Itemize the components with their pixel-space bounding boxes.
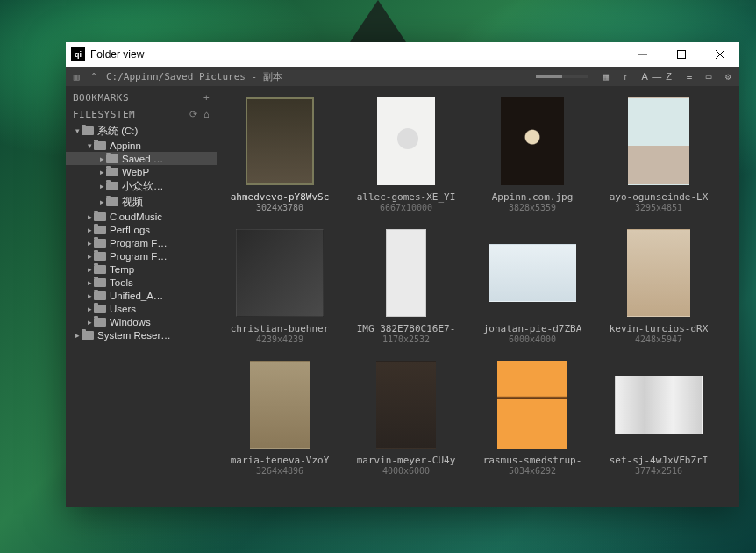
thumbnail-image xyxy=(615,376,703,434)
thumbnail-item[interactable]: ayo-ogunseinde-LX3295x4851 xyxy=(603,93,715,212)
tree-row[interactable]: ▾Appinn xyxy=(66,139,217,152)
file-name: jonatan-pie-d7ZBA xyxy=(483,323,582,334)
expand-arrow-icon[interactable]: ▾ xyxy=(85,141,94,150)
folder-icon xyxy=(106,198,118,206)
thumbnail-item[interactable]: allec-gomes-XE_YI6667x10000 xyxy=(350,93,462,212)
sort-mode-label[interactable]: A — Z xyxy=(636,71,678,82)
tree-row[interactable]: ▸Program F… xyxy=(66,236,217,249)
thumbnail-item[interactable]: jonatan-pie-d7ZBA6000x4000 xyxy=(476,225,588,344)
tree-item-label: Tools xyxy=(110,277,133,288)
home-icon[interactable]: ⌂ xyxy=(203,109,210,120)
file-dimensions: 6667x10000 xyxy=(380,203,432,212)
expand-arrow-icon[interactable]: ▾ xyxy=(73,126,82,135)
folder-icon xyxy=(94,212,106,221)
expand-arrow-icon[interactable]: ▸ xyxy=(85,318,94,327)
expand-arrow-icon[interactable]: ▸ xyxy=(85,252,94,261)
expand-arrow-icon[interactable]: ▸ xyxy=(85,226,94,234)
file-name: set-sj-4wJxVFbZrI xyxy=(610,455,709,466)
refresh-icon[interactable]: ⟳ xyxy=(189,109,198,120)
expand-arrow-icon[interactable]: ▸ xyxy=(85,305,94,313)
filesystem-header[interactable]: FILESYSTEM ⟳ ⌂ xyxy=(66,106,217,123)
thumbnail-item[interactable]: maria-teneva-VzoY3264x4896 xyxy=(224,356,336,476)
tree-row[interactable]: ▸Saved … xyxy=(66,152,217,165)
thumbnail-image xyxy=(489,244,576,302)
tree-item-label: PerfLogs xyxy=(110,225,150,235)
file-dimensions: 3774x2516 xyxy=(635,466,682,476)
app-icon: qi xyxy=(71,47,85,61)
tree-row[interactable]: ▾系统 (C:) xyxy=(66,123,217,139)
tree-row[interactable]: ▸小众软… xyxy=(66,178,217,194)
tree-item-label: WebP xyxy=(122,167,149,177)
expand-arrow-icon[interactable]: ▸ xyxy=(85,239,94,248)
file-dimensions: 3295x4851 xyxy=(635,203,682,212)
folder-icon xyxy=(106,182,118,190)
thumbnail-image xyxy=(250,361,310,449)
thumbnail-item[interactable]: rasmus-smedstrup-5034x6292 xyxy=(476,356,588,476)
tree-row[interactable]: ▸Program F… xyxy=(66,249,217,262)
thumbnail-item[interactable]: kevin-turcios-dRX4248x5947 xyxy=(603,225,715,344)
tree-row[interactable]: ▸Tools xyxy=(66,276,217,289)
file-dimensions: 3024x3780 xyxy=(256,203,303,212)
sidebar-toggle-icon[interactable]: ▥ xyxy=(69,71,83,83)
thumbnail-item[interactable]: Appinn.com.jpg3828x5359 xyxy=(476,93,588,212)
file-dimensions: 4239x4239 xyxy=(256,334,303,344)
expand-arrow-icon[interactable]: ▸ xyxy=(85,278,94,287)
add-bookmark-icon[interactable]: + xyxy=(203,92,210,104)
tree-item-label: 视频 xyxy=(122,196,143,209)
settings-icon[interactable]: ⚙ xyxy=(720,71,736,83)
svg-rect-1 xyxy=(678,51,686,59)
file-name: ahmedvevo-pY8WvSc xyxy=(231,191,330,203)
tree-row[interactable]: ▸PerfLogs xyxy=(66,223,217,236)
tree-item-label: Unified_A… xyxy=(110,291,163,301)
file-name: allec-gomes-XE_YI xyxy=(357,191,456,203)
expand-arrow-icon[interactable]: ▸ xyxy=(73,331,82,340)
tree-row[interactable]: ▸Unified_A… xyxy=(66,289,217,302)
zoom-slider[interactable] xyxy=(536,75,588,78)
thumbnail-item[interactable]: ahmedvevo-pY8WvSc3024x3780 xyxy=(224,93,336,212)
thumbnail-image xyxy=(501,97,564,185)
minimize-button[interactable] xyxy=(624,42,662,67)
maximize-button[interactable] xyxy=(662,42,701,67)
bookmarks-header[interactable]: BOOKMARKS + xyxy=(66,90,217,106)
file-dimensions: 1170x2532 xyxy=(382,334,430,344)
app-window: qi Folder view ▥ ^ C:/Appinn/Saved Pictu… xyxy=(66,42,739,507)
tree-row[interactable]: ▸WebP xyxy=(66,165,217,178)
filter-icon[interactable]: ≡ xyxy=(681,71,697,83)
tree-item-label: Appinn xyxy=(110,140,141,151)
thumbnail-item[interactable]: marvin-meyer-CU4y4000x6000 xyxy=(350,356,462,476)
grid-view-icon[interactable]: ▦ xyxy=(597,71,613,83)
folder-icon xyxy=(94,141,106,150)
expand-arrow-icon[interactable]: ▸ xyxy=(97,182,106,190)
picture-icon[interactable]: ▭ xyxy=(701,71,717,83)
folder-icon xyxy=(82,331,94,340)
folder-icon xyxy=(82,126,94,135)
expand-arrow-icon[interactable]: ▸ xyxy=(85,291,94,300)
folder-icon xyxy=(94,318,106,327)
thumbnail-item[interactable]: IMG_382E780C16E7-1170x2532 xyxy=(350,225,462,344)
tree-row[interactable]: ▸System Reser… xyxy=(66,328,217,341)
tree-row[interactable]: ▸Users xyxy=(66,302,217,315)
tree-row[interactable]: ▸视频 xyxy=(66,194,217,210)
expand-arrow-icon[interactable]: ▸ xyxy=(97,198,106,206)
expand-arrow-icon[interactable]: ▸ xyxy=(97,168,106,176)
tree-row[interactable]: ▸Temp xyxy=(66,262,217,276)
tree-item-label: 小众软… xyxy=(122,180,164,193)
sort-asc-icon[interactable]: ↑ xyxy=(617,71,632,83)
titlebar[interactable]: qi Folder view xyxy=(66,42,739,67)
tree-row[interactable]: ▸CloudMusic xyxy=(66,210,217,223)
thumbnail-pane[interactable]: ahmedvevo-pY8WvSc3024x3780allec-gomes-XE… xyxy=(217,86,739,507)
expand-arrow-icon[interactable]: ▸ xyxy=(85,265,94,274)
file-name: Appinn.com.jpg xyxy=(492,191,574,203)
current-path[interactable]: C:/Appinn/Saved Pictures - 副本 xyxy=(106,70,282,83)
close-button[interactable] xyxy=(701,42,739,67)
thumbnail-image xyxy=(386,229,426,317)
expand-arrow-icon[interactable]: ▸ xyxy=(97,154,106,163)
close-icon xyxy=(716,50,724,59)
tree-item-label: Users xyxy=(110,304,136,314)
expand-arrow-icon[interactable]: ▸ xyxy=(85,212,94,221)
tree-row[interactable]: ▸Windows xyxy=(66,315,217,328)
thumbnail-item[interactable]: christian-buehner4239x4239 xyxy=(224,225,336,344)
up-directory-icon[interactable]: ^ xyxy=(87,71,101,83)
thumbnail-item[interactable]: set-sj-4wJxVFbZrI3774x2516 xyxy=(603,356,715,476)
file-dimensions: 5034x6292 xyxy=(509,466,556,476)
